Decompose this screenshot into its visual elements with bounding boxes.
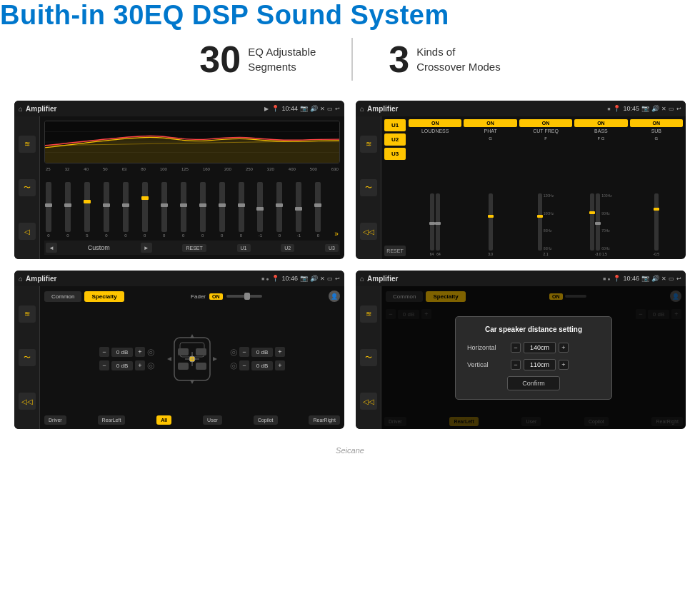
cross-u2-btn[interactable]: U2 xyxy=(384,133,406,146)
tab-common[interactable]: Common xyxy=(44,291,81,302)
cross-u3-btn[interactable]: U3 xyxy=(384,148,406,160)
stat-eq-number: 30 xyxy=(199,38,241,81)
speaker-icon2[interactable]: ◁◁ xyxy=(360,223,377,240)
copilot-btn[interactable]: Copilot xyxy=(254,415,278,425)
eq-slider-5: 0 xyxy=(123,182,129,238)
db-minus-rl[interactable]: − xyxy=(99,360,109,370)
home-icon3[interactable]: ⌂ xyxy=(19,275,23,283)
waveform-icon4[interactable]: 〜 xyxy=(360,349,377,366)
phat-on-btn[interactable]: ON xyxy=(464,119,516,127)
confirm-button[interactable]: Confirm xyxy=(507,376,560,390)
distance-dialog: Car speaker distance setting Horizontal … xyxy=(455,316,612,400)
svg-marker-13 xyxy=(190,334,194,338)
db-plus-fr[interactable]: + xyxy=(275,347,285,357)
volume-icon3b[interactable]: ◁◁ xyxy=(19,393,36,410)
close-icon2[interactable]: ✕ xyxy=(661,106,666,112)
db-plus-rr[interactable]: + xyxy=(275,360,285,370)
screen2-content: ≋ 〜 ◁◁ U1 U2 U3 RESET ON LOUDNESS xyxy=(356,116,686,259)
camera-icon2[interactable]: 📷 xyxy=(641,105,649,112)
db-minus-rr[interactable]: − xyxy=(239,360,249,370)
cutfreq-on-btn[interactable]: ON xyxy=(519,119,572,127)
back-icon1[interactable]: ↩ xyxy=(335,106,340,112)
volume-icon4b[interactable]: ◁◁ xyxy=(360,393,377,410)
driver-btn[interactable]: Driver xyxy=(44,415,66,425)
screen-speaker-setup: ⌂ Amplifier ■ ● 📍 10:46 📷 🔊 ✕ ▭ ↩ ≋ 〜 ◁◁ xyxy=(14,271,344,429)
horizontal-minus[interactable]: − xyxy=(511,343,521,353)
eq-slider-8: 0 xyxy=(181,182,186,238)
eq-icon3[interactable]: ≋ xyxy=(19,306,36,323)
vertical-plus[interactable]: + xyxy=(559,360,569,370)
rearright-btn[interactable]: RearRight xyxy=(309,415,340,425)
window-icon2[interactable]: ▭ xyxy=(669,106,674,112)
back-icon3[interactable]: ↩ xyxy=(335,276,340,282)
db-plus-fl[interactable]: + xyxy=(135,347,145,357)
waveform-icon[interactable]: 〜 xyxy=(19,179,36,196)
fader-row: Fader ON xyxy=(191,293,261,300)
db-control-rl: − 0 dB + ◎ xyxy=(99,360,154,370)
back-icon2[interactable]: ↩ xyxy=(676,106,681,112)
horizontal-plus[interactable]: + xyxy=(559,343,569,353)
u3-btn[interactable]: U3 xyxy=(325,244,339,252)
vertical-minus[interactable]: − xyxy=(511,360,521,370)
user-btn[interactable]: User xyxy=(203,415,222,425)
speaker-center: − 0 dB + ◎ − 0 dB + ◎ xyxy=(44,306,340,412)
next-btn[interactable]: ► xyxy=(141,243,152,253)
waveform-icon3[interactable]: 〜 xyxy=(19,349,36,366)
more-icon[interactable]: » xyxy=(334,230,339,238)
speaker-controls-right: ◎ − 0 dB + ◎ − 0 dB + xyxy=(230,347,285,370)
screen4-right: 📍 10:46 📷 🔊 ✕ ▭ ↩ xyxy=(613,275,681,282)
home-icon[interactable]: ⌂ xyxy=(19,105,23,113)
home-icon4[interactable]: ⌂ xyxy=(360,275,364,283)
volume-down-icon[interactable]: ◁ xyxy=(19,223,36,240)
cross-u1-btn[interactable]: U1 xyxy=(384,119,406,131)
cross-left-col: U1 U2 U3 RESET xyxy=(384,119,406,256)
screen2-title: Amplifier xyxy=(367,105,604,113)
close-icon3[interactable]: ✕ xyxy=(320,276,325,282)
channel-phat: ON PHAT G 3.0 xyxy=(464,119,516,256)
channel-sub: ON SUB G -0.5 xyxy=(630,119,683,256)
camera-icon3[interactable]: 📷 xyxy=(300,275,308,282)
db-plus-rl[interactable]: + xyxy=(135,360,145,370)
fader-on-btn[interactable]: ON xyxy=(209,293,223,300)
window-icon3[interactable]: ▭ xyxy=(327,276,333,282)
window-icon1[interactable]: ▭ xyxy=(327,106,333,112)
cross-reset-btn[interactable]: RESET xyxy=(384,246,406,256)
bass-label: BASS xyxy=(594,128,608,133)
volume-icon2[interactable]: 🔊 xyxy=(651,105,659,112)
svg-rect-8 xyxy=(178,363,189,370)
screen1-bar: ⌂ Amplifier ▶ 📍 10:44 📷 🔊 ✕ ▭ ↩ xyxy=(14,101,344,116)
volume-icon4[interactable]: 🔊 xyxy=(651,275,659,282)
reset-btn[interactable]: RESET xyxy=(182,244,206,252)
camera-icon1[interactable]: 📷 xyxy=(300,105,308,112)
eq-icon4[interactable]: ≋ xyxy=(360,306,377,323)
screen4-speaker-main: Common Specialty ON 👤 − 0 dB + xyxy=(381,286,686,429)
db-minus-fr[interactable]: − xyxy=(239,347,249,357)
eq-icon2[interactable]: ≋ xyxy=(360,136,377,153)
window-icon4[interactable]: ▭ xyxy=(669,276,674,282)
volume-icon1[interactable]: 🔊 xyxy=(310,105,318,112)
close-icon1[interactable]: ✕ xyxy=(320,106,325,112)
waveform-icon2[interactable]: 〜 xyxy=(360,179,377,196)
db-control-fl: − 0 dB + ◎ xyxy=(99,347,154,357)
u2-btn[interactable]: U2 xyxy=(281,244,294,252)
fader-slider[interactable] xyxy=(226,295,262,298)
sub-on-btn[interactable]: ON xyxy=(630,119,683,127)
eq-icon[interactable]: ≋ xyxy=(19,136,36,153)
rearleft-btn[interactable]: RearLeft xyxy=(98,415,126,425)
camera-icon4[interactable]: 📷 xyxy=(641,275,649,282)
bass-on-btn[interactable]: ON xyxy=(574,119,627,127)
screen4-bar: ⌂ Amplifier ■ ● 📍 10:46 📷 🔊 ✕ ▭ ↩ xyxy=(356,271,686,286)
back-icon4[interactable]: ↩ xyxy=(676,276,681,282)
eq-slider-9: 0 xyxy=(200,182,206,238)
u1-btn[interactable]: U1 xyxy=(237,244,251,252)
home-icon2[interactable]: ⌂ xyxy=(360,105,364,113)
all-btn[interactable]: All xyxy=(156,415,171,425)
close-icon4[interactable]: ✕ xyxy=(661,276,666,282)
screens-grid: ⌂ Amplifier ▶ 📍 10:44 📷 🔊 ✕ ▭ ↩ ≋ 〜 ◁ xyxy=(0,94,700,443)
loudness-on-btn[interactable]: ON xyxy=(409,119,461,127)
tab-specialty[interactable]: Specialty xyxy=(84,291,124,302)
page-header: Buith-in 30EQ DSP Sound System xyxy=(0,0,700,31)
db-minus-fl[interactable]: − xyxy=(99,347,109,357)
prev-btn[interactable]: ◄ xyxy=(46,243,57,253)
volume-icon3[interactable]: 🔊 xyxy=(310,275,318,282)
